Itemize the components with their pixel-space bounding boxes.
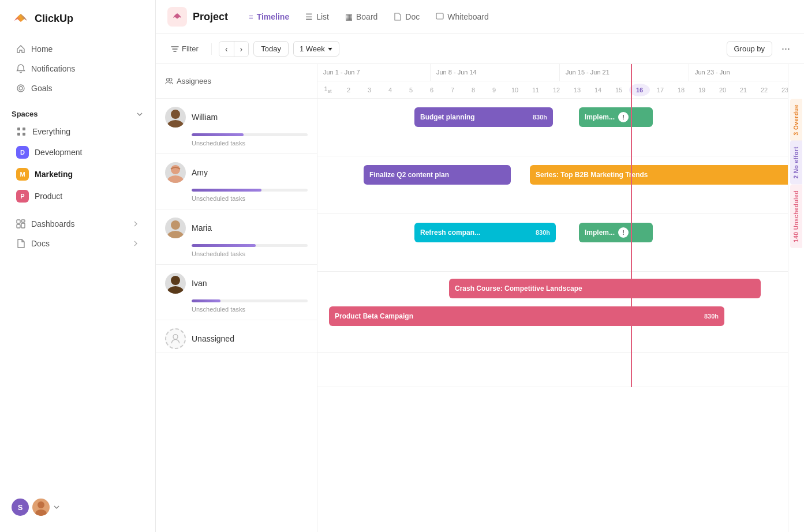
tab-board[interactable]: ▦ Board [338, 9, 384, 25]
badge-no-effort[interactable]: 2 No effort [790, 141, 802, 185]
unscheduled-maria: Unscheduled tasks [156, 248, 317, 264]
marketing-label: Marketing [35, 170, 73, 179]
assignee-row-amy: Amy Unscheduled tasks [156, 154, 317, 209]
assignee-info-maria: Maria [156, 209, 317, 242]
sidebar-item-marketing[interactable]: M Marketing [5, 163, 151, 185]
svg-rect-9 [21, 223, 25, 228]
day-12: 12 [546, 87, 567, 93]
assignee-row-maria: Maria Unscheduled tasks [156, 209, 317, 265]
day-4: 4 [380, 87, 401, 93]
assignee-name-ivan: Ivan [192, 279, 207, 288]
main-content: Project ≡ Timeline ☰ List ▦ Board Doc Wh… [156, 0, 804, 532]
svg-point-11 [35, 509, 47, 516]
week-label-1: Jun 1 - Jun 7 [317, 64, 431, 81]
sidebar-item-docs[interactable]: Docs [5, 234, 151, 253]
tab-timeline[interactable]: ≡ Timeline [242, 9, 296, 25]
task-bar-implement-1[interactable]: Implem... ! [579, 107, 653, 127]
week-label-4: Jun 23 - Jun [689, 64, 788, 81]
doc-tab-icon [394, 13, 402, 21]
assignee-info-william: William [156, 99, 317, 131]
progress-bar-william [192, 133, 308, 136]
svg-rect-3 [23, 128, 25, 130]
chevron-down-icon[interactable] [136, 110, 144, 118]
assignees-icon [165, 77, 173, 85]
sidebar-bottom: S [0, 492, 155, 523]
week-selector[interactable]: 1 Week [293, 41, 339, 57]
avatar-user [32, 499, 50, 516]
tab-whiteboard[interactable]: Whiteboard [429, 9, 496, 25]
day-15: 15 [608, 87, 629, 93]
task-label: Finalize Q2 content plan [369, 171, 449, 179]
sidebar-item-goals[interactable]: Goals [5, 78, 151, 98]
badge-unscheduled[interactable]: 140 Unscheduled [790, 185, 802, 248]
day-20: 20 [712, 87, 733, 93]
svg-point-20 [167, 231, 184, 238]
prev-button[interactable]: ‹ [219, 42, 234, 57]
svg-point-19 [171, 220, 180, 230]
day-19: 19 [691, 87, 712, 93]
svg-rect-6 [17, 220, 20, 223]
timeline-row-ivan: Crash Course: Competitive Landscape Prod… [317, 272, 788, 353]
day-18: 18 [671, 87, 691, 93]
timeline-row-unassigned [317, 353, 788, 387]
task-bar-top-b2b[interactable]: Series: Top B2B Marketing Trends [530, 165, 788, 185]
svg-point-21 [171, 276, 180, 285]
whiteboard-tab-label: Whiteboard [447, 12, 489, 21]
chevron-right-icon-docs [132, 240, 139, 247]
more-options-button[interactable]: ··· [777, 40, 795, 58]
assignee-name-unassigned: Unassigned [192, 334, 234, 343]
svg-rect-5 [23, 133, 25, 136]
sidebar-item-development[interactable]: D Development [5, 141, 151, 163]
today-button[interactable]: Today [253, 41, 289, 57]
chevron-down-week-icon [327, 46, 333, 52]
task-hours-beta: 830h [700, 313, 719, 320]
sidebar-item-dashboards[interactable]: Dashboards [5, 214, 151, 234]
day-17: 17 [650, 87, 671, 93]
sidebar-item-notifications[interactable]: Notifications [5, 59, 151, 78]
task-bar-implement-2[interactable]: Implem... ! [579, 223, 653, 242]
badge-overdue[interactable]: 3 Overdue [790, 99, 802, 141]
day-23: 23 [775, 87, 788, 93]
project-badge [167, 7, 187, 27]
assignee-row-ivan: Ivan Unscheduled tasks [156, 265, 317, 320]
timeline-row-amy: Finalize Q2 content plan Series: Top B2B… [317, 156, 788, 214]
assignee-header: Assignees [156, 64, 317, 99]
avatar-maria [165, 218, 186, 238]
progress-fill-amy [192, 189, 261, 192]
assignee-name-amy: Amy [192, 168, 208, 177]
grid-icon [16, 126, 27, 137]
tab-list[interactable]: ☰ List [298, 9, 336, 25]
timeline-header: Jun 1 - Jun 7 Jun 8 - Jun 14 Jun 15 - Ju… [317, 64, 788, 99]
svg-point-18 [167, 175, 184, 183]
task-bar-refresh-company[interactable]: Refresh compan... 830h [414, 223, 556, 242]
assignee-info-unassigned: Unassigned [156, 320, 317, 353]
task-bar-budget-planning[interactable]: Budget planning 830h [414, 107, 553, 127]
task-bar-finalize-q2[interactable]: Finalize Q2 content plan [364, 165, 511, 185]
avatar-ivan [165, 273, 186, 294]
avatar-unassigned [165, 328, 186, 349]
group-by-button[interactable]: Group by [727, 41, 772, 57]
task-bar-crash-course[interactable]: Crash Course: Competitive Landscape [449, 279, 761, 298]
sidebar-item-home[interactable]: Home [5, 39, 151, 59]
day-11: 11 [525, 87, 546, 93]
week-label-3: Jun 15 - Jun 21 [560, 64, 689, 81]
week-label-2: Jun 8 - Jun 14 [431, 64, 560, 81]
progress-bar-ivan [192, 299, 308, 302]
logo[interactable]: ClickUp [0, 9, 155, 39]
sidebar-item-everything[interactable]: Everything [5, 122, 151, 141]
tab-doc[interactable]: Doc [387, 9, 427, 25]
app-name: ClickUp [35, 13, 73, 25]
assignee-name-william: William [192, 113, 218, 122]
sidebar-item-product[interactable]: P Product [5, 185, 151, 207]
next-button[interactable]: › [234, 42, 249, 57]
task-bar-product-beta[interactable]: Product Beta Campaign 830h [329, 306, 724, 326]
svg-rect-12 [436, 13, 443, 19]
timeline-inner: Jun 1 - Jun 7 Jun 8 - Jun 14 Jun 15 - Ju… [317, 64, 788, 387]
filter-button[interactable]: Filter [165, 42, 204, 56]
task-label: Refresh compan... [420, 228, 480, 237]
bell-icon [16, 64, 25, 73]
timeline-scroll[interactable]: Jun 1 - Jun 7 Jun 8 - Jun 14 Jun 15 - Ju… [317, 64, 788, 532]
assignee-info-amy: Amy [156, 154, 317, 186]
chevron-down-icon-user[interactable] [53, 504, 60, 511]
sidebar: ClickUp Home Notifications Goals Spaces … [0, 0, 156, 532]
